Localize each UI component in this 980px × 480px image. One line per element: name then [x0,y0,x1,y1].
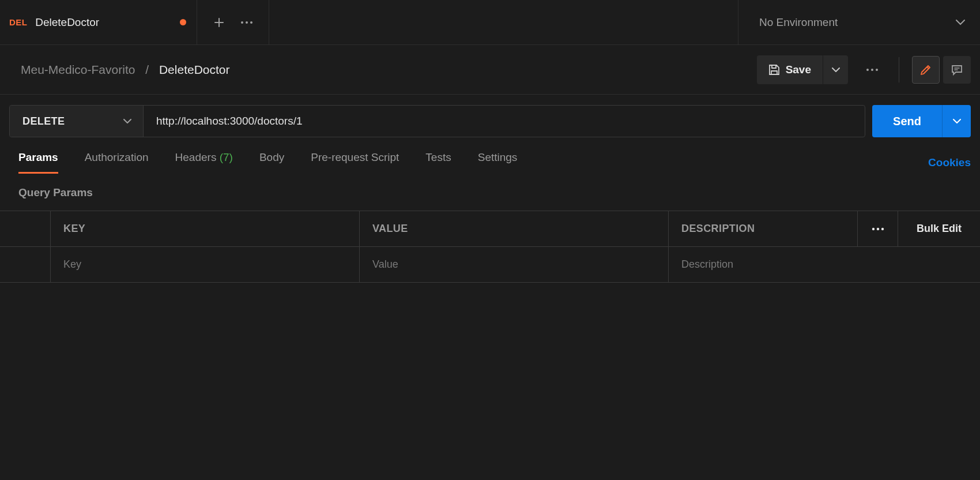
tab-body[interactable]: Body [259,151,284,174]
send-dropdown-button[interactable] [942,105,971,137]
dots-horizontal-icon [240,21,253,24]
bulk-edit-button[interactable]: Bulk Edit [898,211,980,246]
cookies-link[interactable]: Cookies [928,156,971,169]
tabs-more-button[interactable] [233,9,261,36]
tabs-bar: DEL DeleteDoctor No Environment [0,0,980,45]
svg-point-6 [872,227,874,230]
params-table-row [0,247,980,283]
request-more-button[interactable] [858,55,886,84]
dots-horizontal-icon [866,68,879,72]
tab-delete-doctor[interactable]: DEL DeleteDoctor [0,0,197,44]
unsaved-dot-icon [180,19,186,25]
tab-prerequest[interactable]: Pre-request Script [311,151,399,174]
tab-headers-count: (7) [220,151,233,163]
param-key-input[interactable] [63,258,346,271]
params-col-toggle [0,211,51,246]
pencil-icon [919,63,932,76]
svg-point-0 [241,21,243,24]
tab-title: DeleteDoctor [35,16,180,29]
param-value-input[interactable] [372,258,655,271]
save-label: Save [786,63,811,76]
save-group: Save [757,55,848,84]
svg-point-1 [246,21,248,24]
chevron-down-icon [953,119,961,123]
params-table-header-row: KEY VALUE DESCRIPTION Bulk Edit [0,211,980,247]
param-key-cell [51,247,360,282]
param-description-input[interactable] [681,258,967,271]
send-group: Send [872,105,971,137]
tab-method-badge: DEL [9,17,27,27]
svg-point-3 [866,69,869,71]
method-selector[interactable]: DELETE [10,106,144,137]
param-description-cell [669,247,980,282]
tab-authorization[interactable]: Authorization [85,151,149,174]
params-col-description: DESCRIPTION [669,211,858,246]
request-subtabs: Params Authorization Headers (7) Body Pr… [0,148,980,174]
param-row-toggle[interactable] [0,247,51,282]
breadcrumb-separator: / [145,63,149,76]
comments-button[interactable] [943,56,971,84]
svg-point-8 [881,227,883,230]
tab-actions [197,0,269,44]
new-tab-button[interactable] [205,9,233,36]
breadcrumb: Meu-Medico-Favorito / DeleteDoctor [21,63,230,77]
tab-settings[interactable]: Settings [478,151,518,174]
url-input[interactable] [144,106,865,137]
svg-point-2 [250,21,252,24]
documentation-button[interactable] [912,56,940,84]
breadcrumb-bar: Meu-Medico-Favorito / DeleteDoctor Save [0,45,980,95]
method-label: DELETE [22,115,65,127]
params-table: KEY VALUE DESCRIPTION Bulk Edit [0,211,980,283]
url-group: DELETE [9,105,865,137]
params-col-key: KEY [51,211,360,246]
url-bar: DELETE Send [0,95,980,148]
tab-headers[interactable]: Headers (7) [175,151,233,174]
comment-icon [951,63,963,76]
environment-selector[interactable]: No Environment [738,0,980,44]
breadcrumb-current: DeleteDoctor [159,63,230,76]
side-icons [912,56,971,84]
save-button[interactable]: Save [757,55,823,84]
chevron-down-icon [832,68,840,72]
params-col-value: VALUE [360,211,669,246]
query-params-heading: Query Params [0,174,980,211]
save-icon [768,64,780,76]
svg-point-4 [871,69,873,71]
send-button[interactable]: Send [872,105,942,137]
tab-headers-label: Headers [175,151,217,163]
save-dropdown-button[interactable] [823,55,848,84]
svg-point-5 [876,69,878,71]
dots-horizontal-icon [872,227,884,231]
breadcrumb-collection[interactable]: Meu-Medico-Favorito [21,63,135,76]
param-value-cell [360,247,669,282]
params-col-options[interactable] [858,211,898,246]
tab-params[interactable]: Params [18,151,58,174]
tab-tests[interactable]: Tests [425,151,451,174]
chevron-down-icon [123,119,131,123]
environment-label: No Environment [759,16,838,29]
chevron-down-icon [956,20,965,25]
divider [899,57,899,82]
svg-point-7 [876,227,879,230]
plus-icon [213,17,225,28]
